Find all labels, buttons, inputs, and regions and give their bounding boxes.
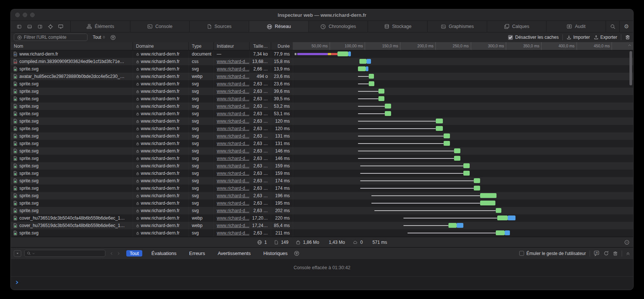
device-icon[interactable]: [56, 23, 65, 30]
column-header-name[interactable]: Nom: [11, 42, 133, 50]
console-filter-erreurs[interactable]: Erreurs: [186, 250, 209, 256]
search-button[interactable]: [606, 21, 619, 32]
table-row[interactable]: sprite.svgwww.richard-dern.frsvgwww.rich…: [11, 95, 633, 103]
next-result-button[interactable]: [117, 251, 120, 256]
emulate-user-gesture-checkbox[interactable]: Émuler le geste de l'utilisateur: [519, 251, 586, 256]
table-row[interactable]: sprite.svgwww.richard-dern.frsvgwww.rich…: [11, 177, 633, 185]
initiator-link[interactable]: www.richard-d…: [217, 208, 249, 213]
table-row[interactable]: sprite.svgwww.richard-dern.frsvgwww.rich…: [11, 155, 633, 162]
table-row[interactable]: cover_hu736519dc3b5040cfa48b6b559b6de6ec…: [11, 214, 633, 222]
tab-calques[interactable]: Calques: [487, 21, 546, 32]
dock-left-icon[interactable]: [15, 23, 23, 30]
initiator-link[interactable]: www.richard-d…: [217, 81, 249, 86]
disable-caches-checkbox[interactable]: Désactiver les caches: [508, 35, 559, 40]
refresh-icon[interactable]: [603, 251, 609, 256]
table-row[interactable]: cover_hu736519dc3b5040cfa48b6b559b6de6ec…: [11, 222, 633, 229]
minimize-window-button[interactable]: [23, 13, 27, 17]
console-filter-avertissements[interactable]: Avertissements: [214, 250, 254, 256]
table-row[interactable]: sprite.svgwww.richard-dern.frsvgwww.rich…: [11, 185, 633, 192]
table-row[interactable]: sprite.svgwww.richard-dern.frsvgwww.rich…: [11, 125, 633, 132]
table-row[interactable]: sprite.svgwww.richard-dern.frsvgwww.rich…: [11, 110, 633, 117]
initiator-link[interactable]: www.richard-d…: [217, 133, 249, 139]
tab-sources[interactable]: Sources: [189, 21, 249, 32]
initiator-link[interactable]: www.richard-d…: [217, 126, 249, 131]
console-filter-tout[interactable]: Tout: [126, 250, 142, 256]
initiator-link[interactable]: www.richard-d…: [217, 215, 249, 221]
initiator-link[interactable]: www.richard-d…: [217, 193, 249, 198]
initiator-link[interactable]: www.richard-d…: [217, 111, 249, 116]
element-picker-icon[interactable]: [46, 23, 55, 30]
initiator-link[interactable]: www.richard-d…: [217, 119, 249, 124]
filter-menu-button[interactable]: [110, 35, 116, 40]
table-row[interactable]: sprite.svgwww.richard-dern.frsvgwww.rich…: [11, 162, 633, 170]
table-row[interactable]: sprite.svgwww.richard-dern.frsvgwww.rich…: [11, 147, 633, 155]
tab-stockage[interactable]: Stockage: [368, 21, 427, 32]
table-row[interactable]: sprite.svgwww.richard-dern.frsvgwww.rich…: [11, 132, 633, 140]
initiator-link[interactable]: www.richard-d…: [217, 148, 249, 154]
settings-button[interactable]: ⚙: [619, 21, 633, 32]
initiator-link[interactable]: www.richard-d…: [217, 74, 249, 79]
table-row[interactable]: sprite.svgwww.richard-dern.frsvgwww.rich…: [11, 229, 633, 237]
help-button[interactable]: ?: [624, 240, 629, 245]
table-row[interactable]: <>www.richard-dern.frwww.richard-dern.fr…: [11, 50, 633, 58]
url-filter-input[interactable]: Filtrer l'URL complète: [14, 34, 88, 41]
dock-right-icon[interactable]: [35, 23, 44, 30]
initiator-link[interactable]: www.richard-d…: [217, 201, 249, 206]
initiator-link[interactable]: www.richard-d…: [217, 156, 249, 161]
initiator-link[interactable]: www.richard-d…: [217, 186, 249, 191]
table-row[interactable]: sprite.svgwww.richard-dern.frsvgwww.rich…: [11, 65, 633, 73]
initiator-link[interactable]: www.richard-d…: [217, 96, 249, 101]
table-row[interactable]: sprite.svgwww.richard-dern.frsvgwww.rich…: [11, 140, 633, 147]
console-filter-historiques[interactable]: Historiques: [260, 250, 291, 256]
column-header-initiator[interactable]: Initiateur: [213, 42, 249, 50]
initiator-link[interactable]: www.richard-d…: [217, 66, 249, 72]
initiator-link[interactable]: www.richard-d…: [217, 104, 249, 109]
tab-elements[interactable]: Éléments: [70, 21, 130, 32]
initiator-link[interactable]: www.richard-d…: [217, 223, 249, 228]
initiator-link[interactable]: www.richard-d…: [217, 89, 249, 94]
table-row[interactable]: sprite.svgwww.richard-dern.frsvgwww.rich…: [11, 192, 633, 199]
console-search-input[interactable]: [24, 250, 105, 257]
initiator-link[interactable]: www.richard-d…: [217, 171, 249, 176]
dock-bottom-icon[interactable]: [25, 23, 34, 30]
table-row[interactable]: sprite.svgwww.richard-dern.frsvgwww.rich…: [11, 80, 633, 88]
tab-reseau[interactable]: Réseau: [249, 21, 308, 32]
column-header-duration[interactable]: Durée: [271, 42, 293, 50]
column-header-domain[interactable]: Domaine: [133, 42, 188, 50]
initiator-link[interactable]: www.richard-d…: [217, 178, 249, 183]
resource-type-select[interactable]: Tout: [93, 35, 106, 40]
table-row[interactable]: csscompiled.min.38390909f303624ed9e1cf1b…: [11, 58, 633, 65]
tab-chronologies[interactable]: Chronologies: [308, 21, 368, 32]
table-row[interactable]: sprite.svgwww.richard-dern.frsvgwww.rich…: [11, 170, 633, 177]
table-row[interactable]: sprite.svgwww.richard-dern.frsvgwww.rich…: [11, 88, 633, 95]
table-row[interactable]: avatar_hu85ecc3e298728880b0bde2dcc4e5c23…: [11, 73, 633, 80]
vertical-scrollbar[interactable]: [629, 51, 632, 85]
clear-console-button[interactable]: [613, 251, 618, 256]
chevron-up-icon[interactable]: [628, 43, 632, 47]
tab-console[interactable]: Console: [130, 21, 190, 32]
column-header-size[interactable]: Taille…: [249, 42, 271, 50]
console-prompt[interactable]: [11, 277, 633, 288]
table-row[interactable]: sprite.svgwww.richard-dern.frsvgwww.rich…: [11, 199, 633, 207]
console-filter-evaluations[interactable]: Évaluations: [148, 250, 180, 256]
zoom-window-button[interactable]: [30, 13, 35, 17]
console-scope-button[interactable]: [14, 250, 21, 257]
table-row[interactable]: sprite.svgwww.richard-dern.frsvgwww.rich…: [11, 117, 633, 125]
initiator-link[interactable]: www.richard-d…: [217, 141, 249, 146]
export-button[interactable]: Exporter: [594, 35, 617, 40]
initiator-link[interactable]: www.richard-d…: [217, 163, 249, 169]
js-bubble-icon[interactable]: JS: [594, 251, 600, 256]
clear-network-items-button[interactable]: [625, 35, 630, 40]
collapse-console-button[interactable]: [626, 251, 630, 256]
console-filter-menu-button[interactable]: [294, 251, 299, 256]
previous-result-button[interactable]: [110, 251, 113, 256]
table-row[interactable]: sprite.svgwww.richard-dern.frsvgwww.rich…: [11, 103, 633, 110]
import-button[interactable]: Importer: [567, 35, 590, 40]
initiator-link[interactable]: www.richard-d…: [217, 230, 249, 236]
close-window-button[interactable]: [15, 13, 20, 17]
initiator-link[interactable]: www.richard-d…: [217, 59, 249, 64]
column-header-type[interactable]: Type: [188, 42, 213, 50]
table-row[interactable]: sprite.svgwww.richard-dern.frsvgwww.rich…: [11, 207, 633, 214]
tab-graphismes[interactable]: Graphismes: [427, 21, 487, 32]
tab-audit[interactable]: Audit: [546, 21, 606, 32]
